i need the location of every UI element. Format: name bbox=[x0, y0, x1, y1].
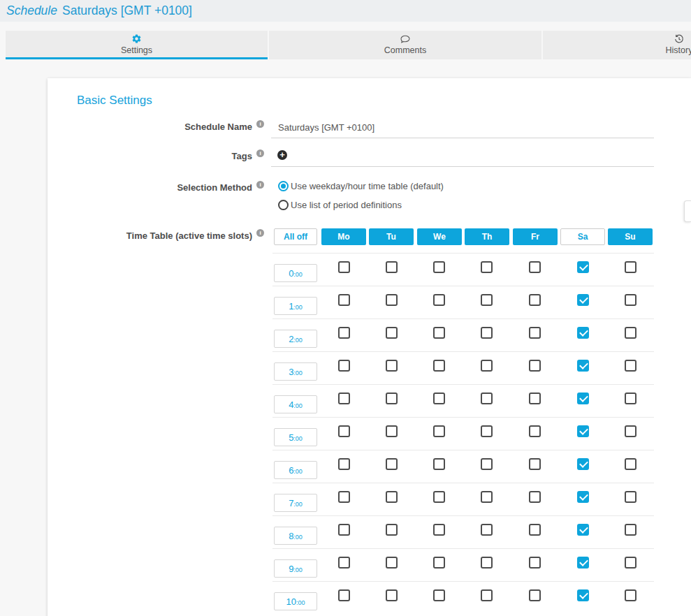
checkbox-fr-2[interactable] bbox=[529, 327, 541, 339]
day-button-we[interactable]: We bbox=[417, 228, 462, 245]
day-button-mo[interactable]: Mo bbox=[321, 228, 366, 245]
checkbox-fr-5[interactable] bbox=[529, 425, 541, 437]
checkbox-we-1[interactable] bbox=[433, 294, 445, 306]
checkbox-fr-3[interactable] bbox=[529, 360, 541, 372]
checkbox-we-8[interactable] bbox=[433, 524, 445, 536]
checkbox-su-6[interactable] bbox=[625, 458, 637, 470]
checkbox-we-5[interactable] bbox=[433, 425, 445, 437]
add-tag-button[interactable]: + bbox=[277, 150, 287, 160]
hour-button-8[interactable]: 8:00 bbox=[274, 527, 317, 545]
checkbox-th-9[interactable] bbox=[481, 557, 493, 569]
checkbox-su-5[interactable] bbox=[625, 425, 637, 437]
checkbox-we-0[interactable] bbox=[433, 261, 445, 273]
checkbox-th-10[interactable] bbox=[481, 589, 493, 601]
day-button-su[interactable]: Su bbox=[608, 228, 653, 245]
day-button-fr[interactable]: Fr bbox=[513, 228, 558, 245]
schedule-name-info-icon[interactable]: i bbox=[256, 120, 264, 128]
checkbox-mo-8[interactable] bbox=[338, 524, 350, 536]
checkbox-th-5[interactable] bbox=[481, 425, 493, 437]
checkbox-fr-6[interactable] bbox=[529, 458, 541, 470]
radio-unselected-icon[interactable] bbox=[278, 200, 289, 210]
checkbox-su-0[interactable] bbox=[625, 261, 637, 273]
checkbox-tu-10[interactable] bbox=[386, 589, 398, 601]
checkbox-we-4[interactable] bbox=[433, 393, 445, 404]
selection-method-option-1[interactable]: Use weekday/hour time table (default) bbox=[278, 180, 444, 192]
checkbox-fr-4[interactable] bbox=[529, 393, 541, 404]
hour-button-0[interactable]: 0:00 bbox=[274, 264, 317, 282]
checkbox-th-7[interactable] bbox=[481, 491, 493, 503]
selection-method-option-2[interactable]: Use list of period definitions bbox=[278, 199, 444, 211]
checkbox-su-8[interactable] bbox=[625, 524, 637, 536]
checkbox-su-2[interactable] bbox=[625, 327, 637, 339]
hour-button-1[interactable]: 1:00 bbox=[274, 297, 317, 315]
checkbox-su-4[interactable] bbox=[625, 393, 637, 404]
checkbox-su-3[interactable] bbox=[625, 360, 637, 372]
checkbox-mo-5[interactable] bbox=[338, 425, 350, 437]
checkbox-sa-8[interactable] bbox=[577, 524, 589, 536]
checkbox-tu-1[interactable] bbox=[386, 294, 398, 306]
all-off-button[interactable]: All off bbox=[274, 228, 317, 245]
hour-button-2[interactable]: 2:00 bbox=[274, 330, 317, 348]
checkbox-su-1[interactable] bbox=[625, 294, 637, 306]
checkbox-mo-1[interactable] bbox=[338, 294, 350, 306]
checkbox-th-8[interactable] bbox=[481, 524, 493, 536]
checkbox-we-10[interactable] bbox=[433, 589, 445, 601]
checkbox-mo-0[interactable] bbox=[338, 261, 350, 273]
checkbox-mo-2[interactable] bbox=[338, 327, 350, 339]
hour-button-10[interactable]: 10:00 bbox=[274, 592, 317, 610]
checkbox-th-3[interactable] bbox=[481, 360, 493, 372]
checkbox-mo-10[interactable] bbox=[338, 589, 350, 601]
selection-method-info-icon[interactable]: i bbox=[256, 181, 264, 189]
checkbox-th-0[interactable] bbox=[481, 261, 493, 273]
checkbox-sa-4[interactable] bbox=[577, 393, 589, 404]
hour-button-9[interactable]: 9:00 bbox=[274, 559, 317, 578]
hour-button-7[interactable]: 7:00 bbox=[274, 494, 317, 512]
day-button-th[interactable]: Th bbox=[465, 228, 509, 245]
tab-history[interactable]: History bbox=[543, 31, 691, 59]
checkbox-th-1[interactable] bbox=[481, 294, 493, 306]
checkbox-tu-7[interactable] bbox=[386, 491, 398, 503]
hour-button-3[interactable]: 3:00 bbox=[274, 362, 317, 381]
checkbox-tu-6[interactable] bbox=[386, 458, 398, 470]
checkbox-su-7[interactable] bbox=[625, 491, 637, 503]
checkbox-sa-6[interactable] bbox=[577, 458, 589, 470]
checkbox-sa-0[interactable] bbox=[577, 261, 589, 273]
tags-info-icon[interactable]: i bbox=[256, 149, 264, 157]
checkbox-sa-2[interactable] bbox=[577, 327, 589, 339]
checkbox-sa-10[interactable] bbox=[577, 589, 589, 601]
checkbox-tu-2[interactable] bbox=[386, 327, 398, 339]
radio-selected-icon[interactable] bbox=[278, 181, 289, 191]
checkbox-we-3[interactable] bbox=[433, 360, 445, 372]
checkbox-fr-1[interactable] bbox=[529, 294, 541, 306]
checkbox-we-9[interactable] bbox=[433, 557, 445, 569]
tab-comments[interactable]: Comments bbox=[269, 31, 541, 59]
checkbox-tu-3[interactable] bbox=[386, 360, 398, 372]
checkbox-sa-1[interactable] bbox=[577, 294, 589, 306]
checkbox-mo-4[interactable] bbox=[338, 393, 350, 404]
checkbox-sa-3[interactable] bbox=[577, 360, 589, 372]
tab-settings[interactable]: Settings bbox=[6, 31, 268, 59]
checkbox-we-6[interactable] bbox=[433, 458, 445, 470]
checkbox-sa-9[interactable] bbox=[577, 557, 589, 569]
checkbox-tu-8[interactable] bbox=[386, 524, 398, 536]
checkbox-mo-6[interactable] bbox=[338, 458, 350, 470]
checkbox-fr-10[interactable] bbox=[529, 589, 541, 601]
checkbox-mo-7[interactable] bbox=[338, 491, 350, 503]
checkbox-we-2[interactable] bbox=[433, 327, 445, 339]
checkbox-tu-9[interactable] bbox=[386, 557, 398, 569]
checkbox-tu-4[interactable] bbox=[386, 393, 398, 404]
day-button-tu[interactable]: Tu bbox=[369, 228, 414, 245]
checkbox-sa-5[interactable] bbox=[577, 425, 589, 437]
hour-button-4[interactable]: 4:00 bbox=[274, 395, 317, 413]
checkbox-tu-0[interactable] bbox=[386, 261, 398, 273]
checkbox-th-4[interactable] bbox=[481, 393, 493, 404]
checkbox-fr-7[interactable] bbox=[529, 491, 541, 503]
checkbox-tu-5[interactable] bbox=[386, 425, 398, 437]
checkbox-fr-9[interactable] bbox=[529, 557, 541, 569]
checkbox-su-10[interactable] bbox=[625, 589, 637, 601]
time-table-info-icon[interactable]: i bbox=[256, 229, 264, 237]
checkbox-th-6[interactable] bbox=[481, 458, 493, 470]
checkbox-fr-0[interactable] bbox=[529, 261, 541, 273]
day-button-sa[interactable]: Sa bbox=[560, 228, 605, 245]
schedule-name-input[interactable] bbox=[271, 117, 654, 138]
